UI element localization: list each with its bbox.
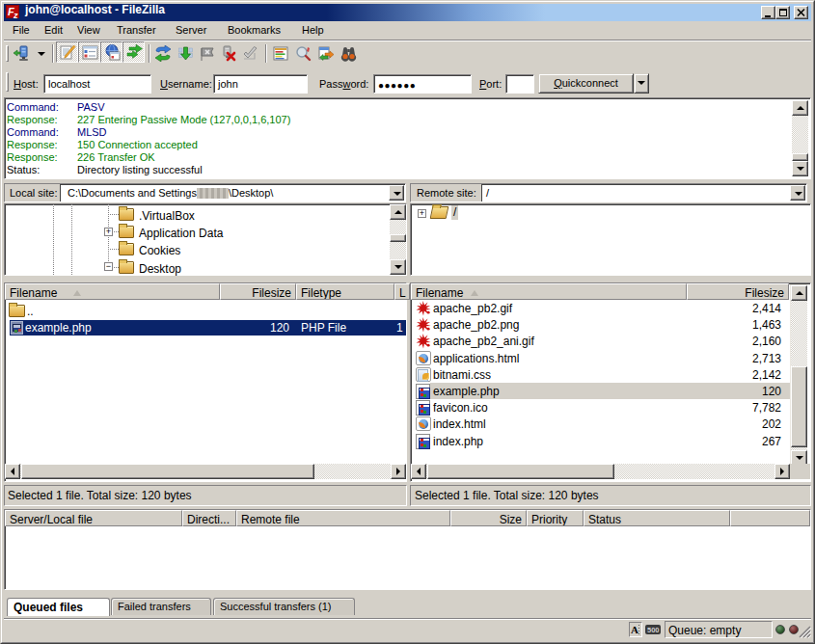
svg-text:z: z [13, 11, 18, 19]
svg-text:500: 500 [647, 626, 660, 634]
svg-text:A: A [631, 624, 638, 635]
